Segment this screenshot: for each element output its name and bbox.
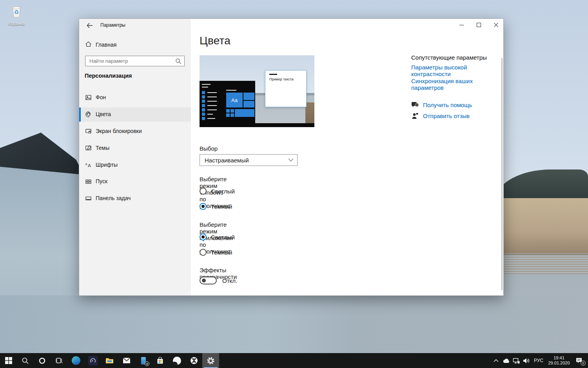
system-tray: РУС 19:41 29.01.2020 1	[491, 353, 588, 368]
svg-text:A: A	[85, 162, 88, 166]
recycle-bin-label: Корзина	[4, 21, 29, 26]
xbox-icon	[190, 357, 198, 364]
sidebar-item-label: Панель задач	[96, 195, 131, 201]
radio-windows-dark[interactable]: Темный	[200, 202, 232, 211]
link-sync-settings[interactable]: Синхронизация ваших параметров	[411, 78, 501, 91]
preview-taskbar	[200, 123, 314, 127]
taskbar: 4	[0, 353, 588, 368]
radio-app-dark[interactable]: Темный	[200, 248, 232, 257]
settings-gear-icon	[207, 357, 215, 365]
wallpaper-grass	[498, 198, 588, 255]
tray-chevron-button[interactable]	[491, 353, 501, 368]
volume-icon	[523, 358, 530, 364]
send-feedback-row[interactable]: Отправить отзыв	[411, 111, 470, 120]
preview-hill	[305, 102, 314, 123]
app-button[interactable]	[169, 353, 185, 368]
radio-icon[interactable]	[200, 249, 207, 256]
microsoft-store-button[interactable]	[152, 353, 169, 368]
action-center-button[interactable]: 1	[572, 353, 586, 368]
language-indicator[interactable]: РУС	[532, 358, 546, 363]
lock-screen-icon	[85, 128, 92, 135]
scrollbar-thumb[interactable]	[501, 58, 503, 290]
tray-date: 29.01.2020	[546, 361, 572, 366]
task-view-button[interactable]	[51, 353, 67, 368]
related-heading: Сопутствующие параметры	[411, 54, 487, 61]
task-view-icon	[55, 357, 63, 364]
sidebar-item-taskbar[interactable]: Панель задач	[79, 191, 191, 206]
radio-icon-selected[interactable]	[200, 203, 207, 210]
colors-preview: Aa Пример текста	[200, 55, 314, 127]
themes-icon	[85, 145, 92, 151]
color-picker-dropdown[interactable]: Настраиваемый	[200, 154, 298, 166]
mail-icon	[123, 357, 131, 364]
search-input[interactable]	[85, 56, 184, 66]
radio-label: Темный	[211, 203, 232, 210]
radio-icon-selected[interactable]	[200, 233, 207, 240]
sidebar-item-start[interactable]: Пуск	[79, 175, 191, 189]
file-explorer-button[interactable]	[101, 353, 118, 368]
recycle-bin[interactable]: ♻ Корзина	[4, 3, 29, 26]
sidebar-home-label: Главная	[96, 42, 116, 48]
speedtest-app-button[interactable]	[84, 353, 101, 368]
back-arrow-icon	[87, 23, 93, 28]
sidebar-item-fonts[interactable]: AA Шрифты	[79, 158, 191, 172]
taskbar-apps: 4	[0, 353, 219, 368]
close-button[interactable]	[492, 21, 499, 29]
start-button[interactable]	[0, 353, 17, 368]
sidebar-item-themes[interactable]: Темы	[79, 141, 191, 155]
radio-windows-light[interactable]: Светлый	[200, 187, 235, 195]
cortana-icon	[38, 357, 46, 364]
link-high-contrast[interactable]: Параметры высокой контрастности	[411, 64, 501, 77]
search-box[interactable]	[85, 56, 185, 66]
recycle-bin-icon: ♻	[9, 3, 24, 19]
sidebar-item-label: Цвета	[96, 111, 111, 117]
chevron-up-icon	[494, 359, 499, 362]
onedrive-tray-button[interactable]	[501, 353, 511, 368]
your-phone-button[interactable]: 4	[135, 353, 152, 368]
preview-start-menu: Aa	[200, 81, 255, 123]
cortana-button[interactable]	[34, 353, 51, 368]
minimize-button[interactable]	[458, 21, 465, 29]
taskbar-search-button[interactable]	[17, 353, 34, 368]
xbox-button[interactable]	[185, 353, 202, 368]
get-help-row[interactable]: ? Получить помощь	[411, 100, 472, 109]
sidebar: Параметры Главная Персонализация Фон Цве…	[79, 19, 191, 295]
back-button[interactable]	[83, 20, 96, 31]
close-icon	[494, 22, 499, 27]
wallpaper-reflection	[498, 253, 588, 277]
settings-app-button[interactable]	[202, 353, 219, 368]
radio-app-light[interactable]: Светлый	[200, 233, 235, 241]
maximize-icon	[476, 22, 481, 27]
toggle-off[interactable]	[200, 277, 217, 284]
sidebar-item-label: Темы	[96, 145, 109, 151]
file-explorer-icon	[105, 357, 114, 364]
clock[interactable]: 19:41 29.01.2020	[546, 355, 572, 366]
sidebar-item-background[interactable]: Фон	[79, 91, 191, 105]
phone-badge: 4	[145, 361, 149, 366]
radio-icon[interactable]	[200, 188, 207, 195]
maximize-button[interactable]	[475, 21, 482, 29]
radio-label: Темный	[211, 249, 232, 256]
preview-title-bar	[269, 74, 277, 75]
colors-icon	[85, 111, 92, 118]
tray-time: 19:41	[546, 355, 572, 361]
network-tray-button[interactable]	[511, 353, 521, 368]
window-title: Параметры	[100, 22, 125, 28]
volume-tray-button[interactable]	[521, 353, 532, 368]
sidebar-item-lock-screen[interactable]: Экран блокировки	[79, 124, 191, 138]
mail-button[interactable]	[118, 353, 135, 368]
sidebar-item-colors[interactable]: Цвета	[79, 107, 191, 122]
svg-text:?: ?	[416, 104, 418, 107]
search-icon[interactable]	[175, 58, 181, 64]
preview-aa-tile: Aa	[226, 93, 243, 107]
sidebar-item-home[interactable]: Главная	[79, 39, 191, 50]
app-icon	[173, 357, 181, 365]
home-icon	[85, 41, 92, 47]
start-icon	[85, 178, 92, 185]
store-icon	[156, 357, 164, 364]
page-title: Цвета	[200, 35, 230, 47]
preview-sample-text: Пример текста	[269, 77, 294, 81]
edge-browser-button[interactable]	[67, 353, 84, 368]
sidebar-item-label: Экран блокировки	[96, 128, 142, 134]
background-icon	[85, 94, 92, 101]
